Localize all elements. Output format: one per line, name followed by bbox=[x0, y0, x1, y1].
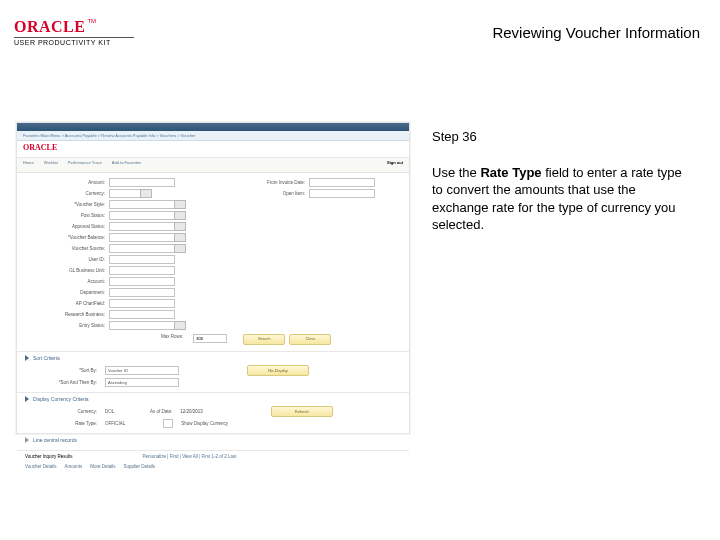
section-title-display: Display Currency Criteria bbox=[33, 396, 89, 402]
select-sort-by[interactable]: Voucher ID bbox=[105, 366, 179, 375]
input-gl-bu[interactable] bbox=[109, 266, 175, 275]
label-show-display-currency: Show Display Currency bbox=[181, 421, 228, 426]
label-ap-chartfield: AP ChartField: bbox=[19, 301, 109, 306]
instruction-panel: Step 36 Use the Rate Type field to enter… bbox=[432, 128, 694, 234]
tab-more-details[interactable]: More Details bbox=[90, 464, 115, 469]
section-title-sort: Sort Criteria bbox=[33, 355, 60, 361]
redisplay-button[interactable]: Re-Display bbox=[247, 365, 309, 376]
input-account[interactable] bbox=[109, 277, 175, 286]
page-title: Reviewing Voucher Information bbox=[492, 24, 700, 41]
chevron-down-icon[interactable] bbox=[174, 244, 186, 253]
select-voucher-style[interactable] bbox=[109, 200, 175, 209]
label-voucher-source: Voucher Source: bbox=[19, 246, 109, 251]
value-as-of-date: 12/20/2013 bbox=[180, 409, 203, 414]
tab-performance[interactable]: Performance Trace bbox=[68, 160, 102, 170]
chevron-down-icon[interactable] bbox=[174, 211, 186, 220]
label-gl-bu: GL Business Unit: bbox=[19, 268, 109, 273]
app-brand: ORACLE bbox=[17, 141, 409, 158]
tab-favorites[interactable]: Add to Favorites bbox=[112, 160, 141, 170]
triangle-down-icon[interactable] bbox=[25, 355, 29, 361]
input-research-business[interactable] bbox=[109, 310, 175, 319]
input-max-rows[interactable]: 300 bbox=[193, 334, 227, 343]
input-currency[interactable] bbox=[109, 189, 141, 198]
tab-voucher-details[interactable]: Voucher Details bbox=[25, 464, 57, 469]
sort-criteria-section: Sort Criteria *Sort By: Voucher ID Re-Di… bbox=[17, 351, 409, 388]
select-approval-status[interactable] bbox=[109, 222, 175, 231]
results-section: Voucher Inquiry Results Personalize | Fi… bbox=[17, 450, 409, 471]
select-sort-then-by[interactable]: Ascending bbox=[105, 378, 179, 387]
results-pager[interactable]: Personalize | Find | View All | First 1-… bbox=[143, 454, 237, 459]
label-account: Account: bbox=[19, 279, 109, 284]
label-rate-type: Rate Type: bbox=[33, 421, 97, 426]
label-voucher-style: *Voucher Style: bbox=[19, 202, 109, 207]
instr-bold: Rate Type bbox=[480, 165, 541, 180]
tab-signout[interactable]: Sign out bbox=[387, 160, 403, 170]
refresh-button[interactable]: Refresh bbox=[271, 406, 333, 417]
triangle-down-icon[interactable] bbox=[25, 396, 29, 402]
line-records-section: Line central records bbox=[17, 433, 409, 446]
chevron-down-icon[interactable] bbox=[174, 222, 186, 231]
label-user-id: User ID: bbox=[19, 257, 109, 262]
section-title-records: Line central records bbox=[33, 437, 77, 443]
app-top-links: Home Worklist Performance Trace Add to F… bbox=[17, 158, 409, 173]
select-post-status[interactable] bbox=[109, 211, 175, 220]
label-as-of-date: As of Date: bbox=[122, 409, 172, 414]
input-user-id[interactable] bbox=[109, 255, 175, 264]
label-currency: Currency: bbox=[19, 191, 109, 196]
oracle-logo: ORACLETM USER PRODUCTIVITY KIT bbox=[14, 18, 134, 46]
display-currency-section: Display Currency Criteria Currency: DOL … bbox=[17, 392, 409, 429]
application-screenshot: Favorites Main Menu > Accounts Payable >… bbox=[16, 122, 410, 434]
input-department[interactable] bbox=[109, 288, 175, 297]
instruction-text: Use the Rate Type field to enter a rate … bbox=[432, 164, 694, 234]
input-from-invoice-date[interactable] bbox=[309, 178, 375, 187]
breadcrumb: Favorites Main Menu > Accounts Payable >… bbox=[17, 131, 409, 141]
label-display-currency: Currency: bbox=[33, 409, 97, 414]
value-rate-type: OFFICIAL bbox=[105, 421, 125, 426]
select-entry-status[interactable] bbox=[109, 321, 175, 330]
label-post-status: Post Status: bbox=[19, 213, 109, 218]
chevron-down-icon[interactable] bbox=[174, 233, 186, 242]
input-open-item[interactable] bbox=[309, 189, 375, 198]
label-sort-then-by: *Sort And Then By: bbox=[33, 380, 97, 385]
label-entry-status: Entry Status: bbox=[19, 323, 109, 328]
label-department: Department: bbox=[19, 290, 109, 295]
step-label: Step 36 bbox=[432, 128, 694, 146]
label-max-rows: Max Rows: bbox=[161, 334, 189, 345]
search-button[interactable]: Search bbox=[243, 334, 285, 345]
triangle-right-icon[interactable] bbox=[25, 437, 29, 443]
input-amount[interactable] bbox=[109, 178, 175, 187]
header: ORACLETM USER PRODUCTIVITY KIT Reviewing… bbox=[0, 18, 720, 54]
tab-worklist[interactable]: Worklist bbox=[44, 160, 58, 170]
label-open-item: Open Item: bbox=[219, 191, 309, 196]
logo-tm: TM bbox=[87, 18, 96, 24]
label-voucher-balance: *Voucher Balance: bbox=[19, 235, 109, 240]
tab-supplier-details[interactable]: Supplier Details bbox=[124, 464, 156, 469]
instr-pre: Use the bbox=[432, 165, 480, 180]
input-ap-chartfield[interactable] bbox=[109, 299, 175, 308]
tab-home[interactable]: Home bbox=[23, 160, 34, 170]
results-title: Voucher Inquiry Results bbox=[25, 454, 73, 459]
tab-amounts[interactable]: Amounts bbox=[65, 464, 83, 469]
select-voucher-source[interactable] bbox=[109, 244, 175, 253]
checkbox-show-display-currency[interactable] bbox=[163, 419, 173, 428]
label-from-invoice-date: From Invoice Date: bbox=[219, 180, 309, 185]
search-form: Amount: Currency: *Voucher Style: Post S… bbox=[17, 173, 409, 347]
value-display-currency: DOL bbox=[105, 409, 114, 414]
label-approval-status: Approval Status: bbox=[19, 224, 109, 229]
select-voucher-balance[interactable] bbox=[109, 233, 175, 242]
chevron-down-icon[interactable] bbox=[174, 200, 186, 209]
label-sort-by: *Sort By: bbox=[33, 368, 97, 373]
logo-brand: ORACLE bbox=[14, 18, 85, 35]
chevron-down-icon[interactable] bbox=[174, 321, 186, 330]
label-research-business: Research Business: bbox=[19, 312, 109, 317]
logo-subtitle: USER PRODUCTIVITY KIT bbox=[14, 39, 134, 46]
clear-button[interactable]: Clear bbox=[289, 334, 331, 345]
lookup-icon[interactable] bbox=[140, 189, 152, 198]
label-amount: Amount: bbox=[19, 180, 109, 185]
app-window-titlebar bbox=[17, 123, 409, 131]
